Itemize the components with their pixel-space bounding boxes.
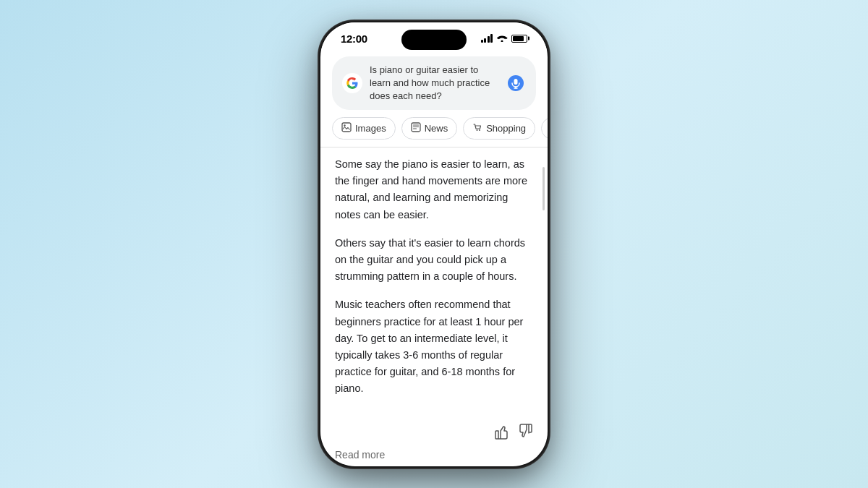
tab-images[interactable]: Images	[332, 117, 396, 140]
svg-point-12	[479, 129, 480, 131]
svg-point-11	[477, 129, 478, 131]
svg-rect-2	[514, 79, 518, 85]
status-icons	[481, 33, 528, 44]
paragraph-3: Music teachers often recommend that begi…	[335, 296, 533, 397]
tab-videos[interactable]: Vid...	[541, 117, 548, 140]
battery-icon	[511, 35, 527, 43]
bottom-actions	[320, 418, 548, 446]
paragraph-1: Some say the piano is easier to learn, a…	[335, 156, 533, 223]
dynamic-island	[401, 30, 467, 50]
filter-tabs: Images News	[320, 110, 548, 147]
svg-point-6	[344, 124, 345, 126]
signal-icon	[481, 34, 493, 43]
images-tab-label: Images	[355, 123, 386, 134]
tab-news[interactable]: News	[401, 117, 458, 140]
shopping-tab-icon	[472, 122, 482, 134]
wifi-icon	[496, 33, 508, 44]
google-logo	[342, 73, 362, 93]
read-more-label: Read more	[335, 449, 385, 461]
mic-icon[interactable]	[506, 73, 526, 93]
status-time: 12:00	[341, 33, 367, 45]
images-tab-icon	[341, 122, 352, 134]
paragraph-2: Others say that it's easier to learn cho…	[335, 235, 533, 286]
thumbs-down-button[interactable]	[517, 424, 533, 443]
scroll-indicator	[542, 167, 545, 210]
search-bar[interactable]: Is piano or guitar easier to learn and h…	[332, 56, 536, 111]
svg-rect-5	[342, 123, 351, 132]
tab-shopping[interactable]: Shopping	[463, 117, 535, 140]
content-area: Some say the piano is easier to learn, a…	[320, 147, 548, 417]
thumbs-up-button[interactable]	[494, 424, 510, 443]
phone-frame: 12:00	[318, 20, 550, 468]
news-tab-label: News	[425, 123, 448, 134]
read-more[interactable]: Read more	[320, 446, 548, 463]
search-query-text: Is piano or guitar easier to learn and h…	[370, 64, 498, 103]
news-tab-icon	[411, 122, 421, 134]
shopping-tab-label: Shopping	[486, 123, 526, 134]
phone-screen: 12:00	[320, 22, 548, 466]
